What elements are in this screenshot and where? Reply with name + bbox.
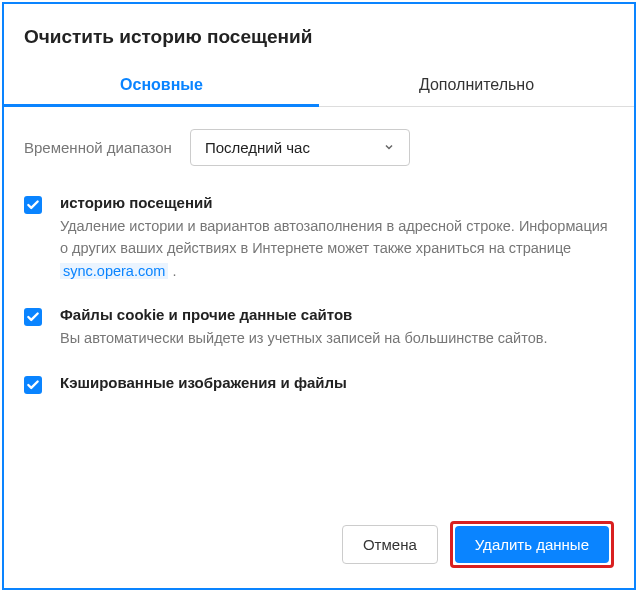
- option-browsing-history: историю посещений Удаление истории и вар…: [24, 194, 614, 282]
- checkbox-cookies[interactable]: [24, 308, 42, 326]
- dialog-body: Временной диапазон Последний час историю…: [4, 107, 634, 503]
- tab-basic[interactable]: Основные: [4, 66, 319, 106]
- time-range-value: Последний час: [205, 139, 310, 156]
- checkbox-browsing-history[interactable]: [24, 196, 42, 214]
- option-description: Удаление истории и вариантов автозаполне…: [60, 215, 614, 282]
- option-title: Кэшированные изображения и файлы: [60, 374, 614, 391]
- time-range-label: Временной диапазон: [24, 139, 172, 156]
- dialog-title: Очистить историю посещений: [4, 4, 634, 66]
- clear-history-dialog: Очистить историю посещений Основные Допо…: [2, 2, 636, 590]
- chevron-down-icon: [383, 139, 395, 156]
- confirm-button-highlight: Удалить данные: [450, 521, 614, 568]
- option-cached-images: Кэшированные изображения и файлы: [24, 374, 614, 395]
- opt-desc-text: Удаление истории и вариантов автозаполне…: [60, 218, 608, 256]
- option-title: Файлы cookie и прочие данные сайтов: [60, 306, 614, 323]
- time-range-row: Временной диапазон Последний час: [24, 129, 614, 166]
- opt-desc-after: .: [168, 263, 176, 279]
- checkbox-cached-images[interactable]: [24, 376, 42, 394]
- option-description: Вы автоматически выйдете из учетных запи…: [60, 327, 614, 349]
- cancel-button[interactable]: Отмена: [342, 525, 438, 564]
- tab-advanced[interactable]: Дополнительно: [319, 66, 634, 106]
- delete-data-button[interactable]: Удалить данные: [455, 526, 609, 563]
- tabs: Основные Дополнительно: [4, 66, 634, 107]
- sync-opera-link[interactable]: sync.opera.com: [60, 263, 168, 279]
- time-range-select[interactable]: Последний час: [190, 129, 410, 166]
- dialog-footer: Отмена Удалить данные: [4, 503, 634, 588]
- option-cookies: Файлы cookie и прочие данные сайтов Вы а…: [24, 306, 614, 349]
- option-title: историю посещений: [60, 194, 614, 211]
